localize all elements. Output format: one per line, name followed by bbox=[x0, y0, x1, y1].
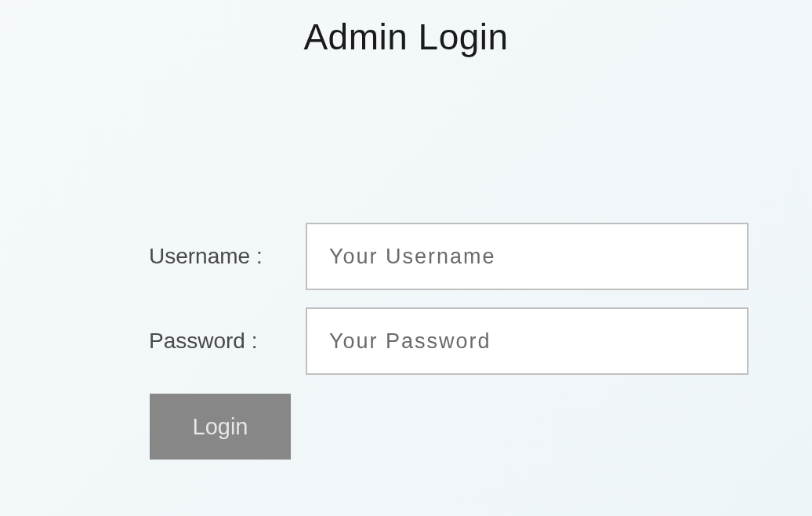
login-form: Username : Password : Login bbox=[149, 223, 812, 460]
password-input[interactable] bbox=[306, 307, 749, 375]
login-button[interactable]: Login bbox=[150, 394, 291, 460]
username-input[interactable] bbox=[306, 223, 749, 290]
page-title: Admin Login bbox=[0, 0, 812, 66]
username-label: Username : bbox=[149, 244, 306, 269]
password-row: Password : bbox=[149, 307, 812, 375]
username-row: Username : bbox=[149, 223, 812, 290]
password-label: Password : bbox=[149, 329, 306, 354]
